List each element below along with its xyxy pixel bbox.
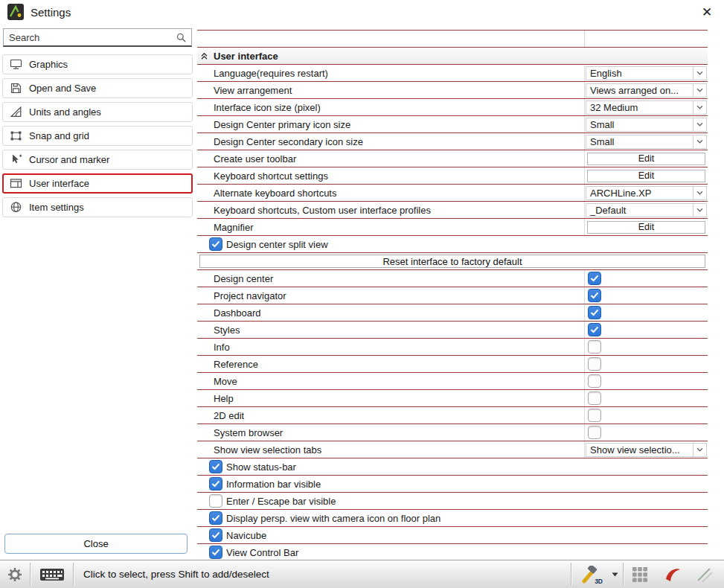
diagonal-lines-icon	[696, 566, 714, 584]
sidebar-item-open-and-save[interactable]: Open and Save	[2, 78, 193, 98]
line-tool-button[interactable]	[688, 560, 721, 588]
row-value-cell: Views arranged on...	[585, 82, 708, 98]
checkbox[interactable]	[209, 546, 222, 559]
row-label: Design center	[214, 273, 273, 284]
checkbox[interactable]	[588, 426, 601, 439]
checkbox[interactable]	[588, 306, 601, 319]
row-value-cell	[585, 407, 708, 424]
sidebar-item-user-interface[interactable]: User interface	[2, 173, 193, 194]
dropdown-show-view-selection-tabs[interactable]: Show view selectio...	[586, 443, 707, 457]
row-value-cell	[585, 322, 708, 338]
close-icon[interactable]: ✕	[697, 4, 717, 20]
keyboard-shortcut-settings-edit-button[interactable]: Edit	[587, 170, 705, 182]
row-label: Display persp. view with camera icon on …	[226, 513, 441, 524]
row-name-cell: Styles	[197, 322, 585, 338]
row-name-cell: Interface icon size (pixel)	[197, 99, 585, 115]
row-name-cell: Magnifier	[197, 219, 585, 235]
sidebar-item-snap-and-grid[interactable]: Snap and grid	[2, 126, 193, 146]
checkbox[interactable]	[209, 511, 222, 525]
chevron-down-icon[interactable]	[693, 204, 706, 217]
settings-row-navicube: Navicube	[197, 527, 708, 544]
dropdown-design-center-secondary-icon-size[interactable]: Small	[586, 135, 707, 149]
settings-row-keyboard-shortcut-settings: Keyboard shortcut settingsEdit	[197, 167, 708, 185]
keyboard-button[interactable]	[31, 560, 73, 588]
checkbox[interactable]	[588, 340, 601, 354]
row-content: Enter / Escape bar visible	[197, 493, 708, 509]
chevron-down-icon[interactable]	[693, 135, 706, 148]
row-label: Move	[214, 376, 237, 387]
sidebar-item-units-and-angles[interactable]: Units and angles	[2, 102, 193, 122]
app-logo-icon	[7, 4, 24, 20]
chevron-down-icon[interactable]	[693, 84, 706, 97]
collapse-icon[interactable]	[200, 52, 208, 60]
settings-row-keyboard-shortcuts-custom-user-interface-profiles: Keyboard shortcuts, Custom user interfac…	[197, 202, 708, 219]
dropdown-alternate-keyboard-shortcuts[interactable]: ARCHLine.XP	[586, 186, 707, 200]
group-header[interactable]: User interface	[197, 48, 708, 65]
settings-row-display-persp-view-with-camera-icon-on-floor-plan: Display persp. view with camera icon on …	[197, 510, 708, 527]
create-user-toolbar-edit-button[interactable]: Edit	[587, 153, 705, 165]
row-name-cell: Design center	[197, 270, 585, 287]
row-name-cell: View arrangement	[197, 82, 585, 98]
row-label: Navicube	[226, 530, 266, 541]
checkbox[interactable]	[588, 374, 601, 388]
statusbar: Click to select, press Shift to add/dese…	[0, 560, 724, 588]
close-button[interactable]: Close	[4, 534, 188, 554]
settings-row-information-bar-visible: Information bar visible	[197, 476, 708, 493]
dropdown-interface-icon-size-pixel[interactable]: 32 Medium	[586, 100, 707, 115]
build-3d-button[interactable]: 3D	[572, 560, 606, 588]
graphics-icon	[10, 58, 22, 71]
checkbox[interactable]	[588, 357, 601, 371]
checkbox[interactable]	[588, 323, 601, 336]
dropdown-value: 32 Medium	[586, 101, 693, 114]
render-button[interactable]	[656, 560, 688, 588]
reset-interface-button[interactable]: Reset interface to factory default	[199, 255, 705, 268]
search-box[interactable]	[3, 28, 192, 47]
search-icon	[176, 33, 186, 42]
row-content: Information bar visible	[197, 476, 708, 492]
settings-row-reset-interface-to-factory-default: Reset interface to factory default	[197, 253, 708, 270]
build-3d-dropdown-button[interactable]	[606, 560, 623, 588]
settings-row-view-control-bar: View Control Bar	[197, 544, 708, 560]
grid-display-button[interactable]	[624, 560, 656, 588]
checkbox[interactable]	[209, 460, 222, 473]
checkbox[interactable]	[209, 528, 222, 542]
sidebar-item-cursor-and-marker[interactable]: Cursor and marker	[2, 150, 193, 170]
checkbox[interactable]	[209, 237, 222, 251]
sidebar-item-item-settings[interactable]: Item settings	[2, 197, 193, 217]
settings-row-enter-escape-bar-visible: Enter / Escape bar visible	[197, 493, 708, 510]
chevron-down-icon[interactable]	[693, 118, 706, 131]
search-input[interactable]	[4, 32, 176, 43]
settings-gear-button[interactable]	[0, 560, 30, 588]
row-value-cell	[585, 373, 708, 389]
chevron-down-icon[interactable]	[693, 444, 706, 456]
grid-icon	[632, 566, 648, 583]
chevron-down-icon[interactable]	[693, 67, 706, 80]
checkbox[interactable]	[209, 477, 222, 490]
dropdown-value: Views arranged on...	[586, 84, 693, 97]
chevron-down-icon[interactable]	[693, 101, 706, 114]
dropdown-keyboard-shortcuts-custom-user-interface-profiles[interactable]: _Default	[586, 203, 707, 217]
row-label: View arrangement	[214, 85, 292, 96]
row-label: Info	[214, 342, 230, 353]
chevron-down-icon	[612, 572, 618, 577]
dropdown-view-arrangement[interactable]: Views arranged on...	[586, 83, 707, 98]
row-label: Create user toolbar	[214, 153, 296, 164]
dropdown-language-requires-restart[interactable]: English	[586, 66, 707, 80]
table-top-row	[197, 30, 708, 48]
checkbox[interactable]	[588, 409, 601, 422]
chevron-down-icon[interactable]	[693, 187, 706, 199]
magnifier-edit-button[interactable]: Edit	[587, 221, 705, 234]
sidebar-item-label: Graphics	[29, 59, 68, 70]
settings-row-move: Move	[197, 373, 708, 390]
dropdown-design-center-primary-icon-size[interactable]: Small	[586, 118, 707, 132]
row-content: Design center split view	[197, 236, 708, 252]
row-value-cell: Edit	[585, 150, 708, 167]
checkbox[interactable]	[588, 289, 601, 302]
checkbox[interactable]	[588, 272, 601, 285]
checkbox[interactable]	[209, 494, 222, 508]
hammer-3d-label: 3D	[595, 578, 603, 585]
checkbox[interactable]	[588, 392, 601, 405]
row-label: Design Center primary icon size	[214, 119, 350, 130]
settings-table-body: Language(requires restart)EnglishView ar…	[197, 65, 708, 560]
sidebar-item-graphics[interactable]: Graphics	[2, 54, 193, 74]
